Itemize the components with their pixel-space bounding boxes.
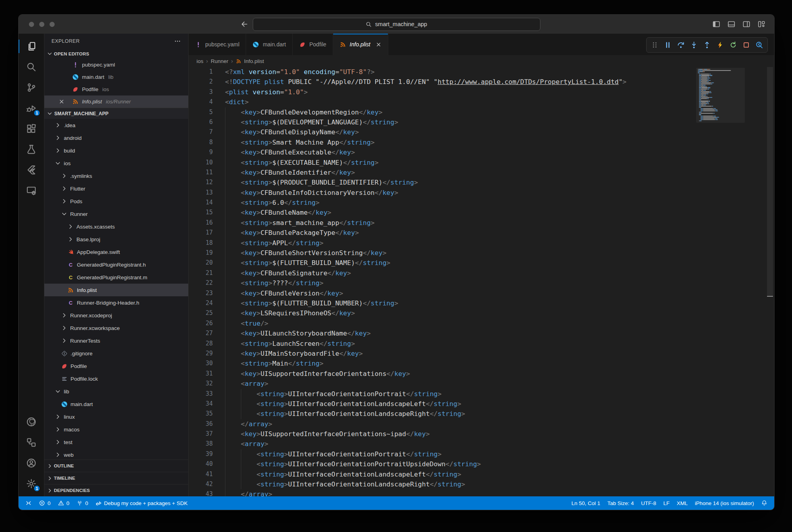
activity-debug-button[interactable]: 1	[19, 98, 44, 118]
code-line-40[interactable]: 40<string>UIInterfaceOrientationPortrait…	[189, 459, 774, 469]
layout-custom-icon[interactable]	[758, 20, 765, 28]
status-remote[interactable]	[22, 496, 35, 510]
breadcrumb-item-runner[interactable]: Runner	[211, 58, 228, 64]
code-line-11[interactable]: 11<key>CFBundleIdentifier</key>	[189, 168, 774, 177]
code-line-30[interactable]: 30<string>Main</string>	[189, 358, 774, 368]
line-number[interactable]: 33	[189, 389, 225, 399]
line-number[interactable]: 14	[189, 198, 225, 208]
tree-item-main-dart[interactable]: main.dart	[44, 398, 188, 410]
tab-podfile[interactable]: Podfile	[293, 34, 333, 55]
status-bell[interactable]	[758, 496, 771, 510]
open-editor-info-plist[interactable]: Info.plistios/Runner	[44, 95, 188, 108]
code-line-9[interactable]: 9<key>CFBundleExecutable</key>	[189, 147, 774, 157]
line-number[interactable]: 21	[189, 268, 225, 278]
code-line-35[interactable]: 35<string>UIInterfaceOrientationLandscap…	[189, 409, 774, 419]
activity-search-button[interactable]	[19, 57, 44, 77]
line-number[interactable]: 16	[189, 218, 225, 228]
tree-item-android[interactable]: android	[44, 132, 188, 144]
vertical-scrollbar[interactable]	[767, 67, 773, 297]
line-number[interactable]: 26	[189, 318, 225, 328]
line-number[interactable]: 11	[189, 168, 225, 177]
tree-item-runner-xcodeproj[interactable]: Runner.xcodeproj	[44, 309, 188, 322]
status-tab-size-4[interactable]: Tab Size: 4	[604, 496, 637, 510]
tree-item-info-plist[interactable]: Info.plist	[44, 284, 188, 296]
tree-item-macos[interactable]: macos	[44, 423, 188, 436]
code-line-7[interactable]: 7<key>CFBundleDisplayName</key>	[189, 127, 774, 137]
minimap[interactable]	[698, 69, 743, 122]
code-line-3[interactable]: 3<plist version="1.0">	[189, 87, 774, 97]
code-line-4[interactable]: 4<dict>	[189, 97, 774, 107]
code-line-26[interactable]: 26<true/>	[189, 318, 774, 328]
activity-references-button[interactable]	[19, 432, 44, 453]
activity-account-button[interactable]	[19, 453, 44, 473]
line-number[interactable]: 22	[189, 278, 225, 288]
layout-right-icon[interactable]	[742, 20, 750, 28]
line-number[interactable]: 15	[189, 208, 225, 217]
restart-button[interactable]	[727, 39, 739, 51]
line-number[interactable]: 25	[189, 308, 225, 318]
tree-item-test[interactable]: test	[44, 436, 188, 448]
line-number[interactable]: 6	[189, 117, 225, 127]
activity-extensions-button[interactable]	[19, 118, 44, 139]
code-line-31[interactable]: 31<key>UISupportedInterfaceOrientations<…	[189, 369, 774, 379]
tree-item-runner[interactable]: Runner	[44, 208, 188, 220]
code-line-13[interactable]: 13<key>CFBundleInfoDictionaryVersion</ke…	[189, 188, 774, 198]
code-line-23[interactable]: 23<key>CFBundleVersion</key>	[189, 288, 774, 298]
step-into-button[interactable]	[688, 39, 700, 51]
code-line-16[interactable]: 16<string>smart_machine_app</string>	[189, 218, 774, 228]
breadcrumb-item-ios[interactable]: ios	[197, 58, 203, 64]
code-line-39[interactable]: 39<string>UIInterfaceOrientationPortrait…	[189, 449, 774, 459]
line-number[interactable]: 43	[189, 489, 225, 496]
status-ln-50-col-1[interactable]: Ln 50, Col 1	[568, 496, 604, 510]
back-arrow-icon[interactable]	[240, 20, 248, 28]
line-number[interactable]: 30	[189, 358, 225, 368]
tree-item-appdelegate-swift[interactable]: AppDelegate.swift	[44, 246, 188, 258]
activity-settings-button[interactable]: 1	[19, 473, 44, 494]
code-line-1[interactable]: 1<?xml version="1.0" encoding="UTF-8"?>	[189, 67, 774, 77]
line-number[interactable]: 32	[189, 379, 225, 389]
explorer-more-actions-icon[interactable]	[174, 38, 181, 45]
line-number[interactable]: 41	[189, 469, 225, 479]
line-number[interactable]: 20	[189, 258, 225, 268]
code-line-19[interactable]: 19<key>CFBundleShortVersionString</key>	[189, 248, 774, 258]
code-line-2[interactable]: 2<!DOCTYPE plist PUBLIC "-//Apple//DTD P…	[189, 77, 774, 87]
tree-item-idea[interactable]: .idea	[44, 119, 188, 132]
code-line-8[interactable]: 8<string>Smart Machine App</string>	[189, 137, 774, 147]
code-line-10[interactable]: 10<string>$(EXECUTABLE_NAME)</string>	[189, 158, 774, 168]
code-line-42[interactable]: 42<string>UIInterfaceOrientationLandscap…	[189, 479, 774, 489]
line-number[interactable]: 4	[189, 97, 225, 107]
line-number[interactable]: 3	[189, 87, 225, 97]
code-line-37[interactable]: 37<key>UISupportedInterfaceOrientations~…	[189, 429, 774, 439]
tree-item-runnertests[interactable]: RunnerTests	[44, 334, 188, 347]
section-outline[interactable]: OUTLINE	[44, 460, 188, 472]
code-line-38[interactable]: 38<array>	[189, 439, 774, 449]
code-line-24[interactable]: 24<string>$(FLUTTER_BUILD_NUMBER)</strin…	[189, 298, 774, 308]
close-icon[interactable]	[59, 99, 65, 105]
line-number[interactable]: 42	[189, 479, 225, 489]
tree-item-build[interactable]: build	[44, 144, 188, 157]
section-timeline[interactable]: TIMELINE	[44, 472, 188, 484]
line-number[interactable]: 38	[189, 439, 225, 449]
code-line-5[interactable]: 5<key>CFBundleDevelopmentRegion</key>	[189, 107, 774, 117]
project-section-header[interactable]: SMART_MACHINE_APP	[44, 108, 188, 119]
code-line-27[interactable]: 27<key>UILaunchStoryboardName</key>	[189, 328, 774, 338]
tree-item-symlinks[interactable]: .symlinks	[44, 170, 188, 182]
activity-files-button[interactable]	[19, 36, 44, 57]
code-line-43[interactable]: 43</array>	[189, 489, 774, 496]
code-line-15[interactable]: 15<key>CFBundleName</key>	[189, 208, 774, 217]
code-editor[interactable]: 1<?xml version="1.0" encoding="UTF-8"?>2…	[189, 67, 774, 496]
code-line-34[interactable]: 34<string>UIInterfaceOrientationLandscap…	[189, 399, 774, 409]
line-number[interactable]: 27	[189, 328, 225, 338]
status-warning[interactable]: 0	[54, 496, 73, 510]
code-line-6[interactable]: 6<string>$(DEVELOPMENT_LANGUAGE)</string…	[189, 117, 774, 127]
flutter-inspector-button[interactable]	[753, 39, 765, 51]
line-number[interactable]: 8	[189, 137, 225, 147]
pause-button[interactable]	[662, 39, 674, 51]
line-number[interactable]: 12	[189, 177, 225, 187]
tree-item-pods[interactable]: Pods	[44, 195, 188, 208]
gripper-button[interactable]	[649, 39, 661, 51]
code-line-33[interactable]: 33<string>UIInterfaceOrientationPortrait…	[189, 389, 774, 399]
tree-item-assets-xcassets[interactable]: Assets.xcassets	[44, 220, 188, 233]
tree-item-base-lproj[interactable]: Base.lproj	[44, 233, 188, 246]
line-number[interactable]: 28	[189, 339, 225, 349]
